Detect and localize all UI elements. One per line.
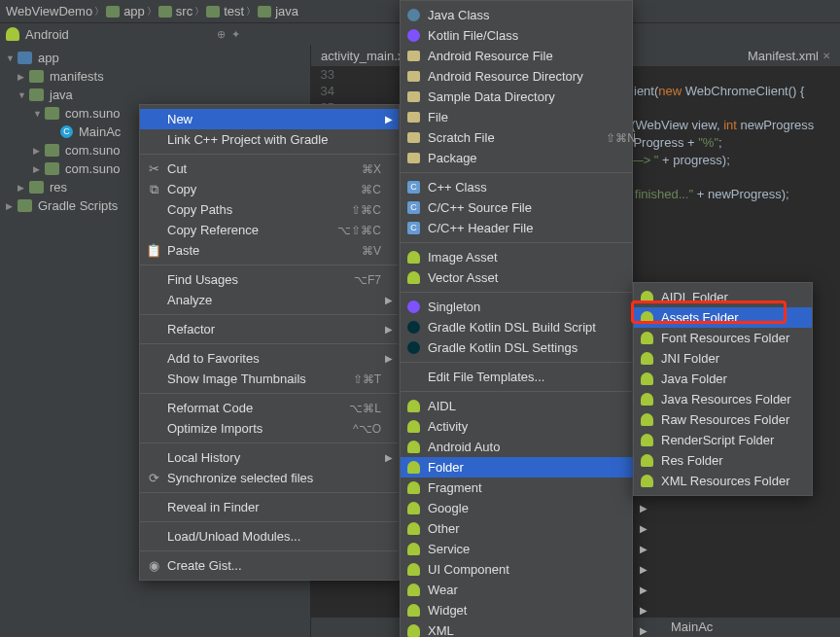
tab-activity-main[interactable]: activity_main.x bbox=[311, 47, 413, 65]
menu-separator bbox=[140, 442, 399, 443]
file-icon bbox=[407, 71, 420, 82]
menu-new-c-c-header-file[interactable]: CC/C++ Header File bbox=[401, 218, 653, 238]
android-icon bbox=[641, 475, 653, 487]
menu-folder-java-resources-folder[interactable]: Java Resources Folder bbox=[634, 389, 812, 409]
menu-new-c-class[interactable]: CC++ Class bbox=[401, 177, 653, 197]
menu-separator bbox=[401, 242, 632, 243]
menu-local-history[interactable]: Local History▶ bbox=[140, 447, 399, 468]
menu-find-usages[interactable]: Find Usages⌥F7 bbox=[140, 269, 399, 290]
menu-new-image-asset[interactable]: Image Asset bbox=[401, 247, 653, 267]
menu-new-sample-data-directory[interactable]: Sample Data Directory bbox=[401, 87, 653, 107]
menu-copy[interactable]: ⧉Copy⌘C bbox=[140, 179, 399, 199]
menu-folder-raw-resources-folder[interactable]: Raw Resources Folder bbox=[634, 409, 812, 430]
menu-new-activity[interactable]: Activity▶ bbox=[401, 416, 653, 437]
bc-2[interactable]: src bbox=[176, 4, 192, 18]
menu-add-favorites[interactable]: Add to Favorites▶ bbox=[140, 348, 399, 369]
submenu-arrow-icon: ▶ bbox=[385, 295, 393, 305]
menu-new-service[interactable]: Service▶ bbox=[401, 539, 653, 559]
menu-new-java-class[interactable]: Java Class bbox=[401, 5, 653, 25]
menu-new-android-resource-file[interactable]: Android Resource File bbox=[401, 46, 653, 66]
file-icon bbox=[407, 91, 420, 102]
close-icon[interactable]: ✕ bbox=[822, 51, 830, 61]
menu-new-widget[interactable]: Widget▶ bbox=[401, 600, 653, 620]
android-icon bbox=[641, 372, 653, 385]
menu-folder-xml-resources-folder[interactable]: XML Resources Folder bbox=[634, 471, 812, 491]
menu-new-google[interactable]: Google▶ bbox=[401, 498, 653, 518]
menu-new-c-c-source-file[interactable]: CC/C++ Source File bbox=[401, 197, 653, 218]
android-icon bbox=[407, 624, 420, 637]
menu-folder-aidl-folder[interactable]: AIDL Folder bbox=[634, 287, 812, 307]
menu-new-aidl[interactable]: AIDL▶ bbox=[401, 396, 653, 416]
menu-analyze[interactable]: Analyze▶ bbox=[140, 290, 399, 310]
menu-link-cpp[interactable]: Link C++ Project with Gradle bbox=[140, 129, 399, 150]
menu-new-android-auto[interactable]: Android Auto▶ bbox=[401, 437, 653, 457]
menu-show-thumbnails[interactable]: Show Image Thumbnails⇧⌘T bbox=[140, 369, 399, 389]
menu-new-gradle-kotlin-dsl-build-script[interactable]: Gradle Kotlin DSL Build Script bbox=[401, 317, 653, 337]
bc-3[interactable]: test bbox=[224, 4, 244, 18]
menu-cut[interactable]: ✂Cut⌘X bbox=[140, 159, 399, 179]
submenu-arrow-icon: ▶ bbox=[385, 353, 393, 364]
menu-folder-font-resources-folder[interactable]: Font Resources Folder bbox=[634, 328, 812, 348]
android-icon bbox=[407, 400, 420, 412]
menu-new-file[interactable]: File bbox=[401, 107, 653, 127]
menu-new-gradle-kotlin-dsl-settings[interactable]: Gradle Kotlin DSL Settings bbox=[401, 337, 653, 358]
file-icon bbox=[407, 153, 420, 163]
copy-icon: ⧉ bbox=[146, 182, 161, 197]
menu-copy-reference[interactable]: Copy Reference⌥⇧⌘C bbox=[140, 220, 399, 240]
cpp-icon: C bbox=[407, 222, 420, 234]
android-icon bbox=[407, 502, 420, 514]
menu-new-wear[interactable]: Wear▶ bbox=[401, 580, 653, 600]
menu-folder-jni-folder[interactable]: JNI Folder bbox=[634, 348, 812, 369]
tree-java[interactable]: ▼java bbox=[0, 86, 310, 104]
menu-new-android-resource-directory[interactable]: Android Resource Directory bbox=[401, 66, 653, 87]
menu-new-other[interactable]: Other▶ bbox=[401, 518, 653, 539]
menu-new[interactable]: New▶ bbox=[140, 109, 399, 129]
menu-load-modules[interactable]: Load/Unload Modules... bbox=[140, 526, 399, 547]
tab-manifest[interactable]: Manifest.xml✕ bbox=[738, 47, 840, 65]
android-icon bbox=[641, 413, 653, 426]
android-icon bbox=[641, 352, 653, 365]
menu-copy-paths[interactable]: Copy Paths⇧⌘C bbox=[140, 199, 399, 220]
module-icon bbox=[106, 6, 120, 18]
android-icon bbox=[407, 563, 420, 576]
menu-new-scratch-file[interactable]: Scratch File⇧⌘N bbox=[401, 127, 653, 148]
menu-folder-assets-folder[interactable]: Assets Folder bbox=[634, 307, 812, 328]
tree-manifests[interactable]: ▶manifests bbox=[0, 67, 310, 86]
bc-1[interactable]: app bbox=[123, 4, 145, 18]
package-icon bbox=[45, 162, 59, 175]
menu-new-edit-file-templates-[interactable]: Edit File Templates... bbox=[401, 367, 653, 387]
menu-new-folder[interactable]: Folder▶ bbox=[401, 457, 653, 478]
submenu-arrow-icon: ▶ bbox=[640, 584, 648, 595]
menu-new-singleton[interactable]: Singleton bbox=[401, 297, 653, 317]
menu-separator bbox=[140, 393, 399, 394]
collapse-icon[interactable]: ⊕ bbox=[217, 28, 226, 41]
settings-icon[interactable]: ✦ bbox=[231, 28, 240, 41]
menu-new-ui-component[interactable]: UI Component▶ bbox=[401, 559, 653, 580]
bc-4[interactable]: java bbox=[275, 4, 298, 18]
menu-folder-res-folder[interactable]: Res Folder bbox=[634, 450, 812, 471]
menu-paste[interactable]: 📋Paste⌘V bbox=[140, 240, 399, 261]
toolbar-mode[interactable]: Android bbox=[25, 27, 69, 42]
menu-create-gist[interactable]: ◉Create Gist... bbox=[140, 555, 399, 576]
menu-new-kotlin-file-class[interactable]: Kotlin File/Class bbox=[401, 25, 653, 46]
menu-reveal-finder[interactable]: Reveal in Finder bbox=[140, 497, 399, 517]
menu-folder-renderscript-folder[interactable]: RenderScript Folder bbox=[634, 430, 812, 450]
context-menu-new: Java ClassKotlin File/ClassAndroid Resou… bbox=[400, 0, 633, 637]
cut-icon: ✂ bbox=[146, 161, 161, 176]
gradle-icon bbox=[407, 321, 420, 334]
menu-new-fragment[interactable]: Fragment▶ bbox=[401, 478, 653, 498]
android-icon bbox=[407, 522, 420, 535]
bc-0[interactable]: WebViewDemo bbox=[6, 4, 92, 18]
menu-synchronize[interactable]: ⟳Synchronize selected files bbox=[140, 468, 399, 488]
android-icon bbox=[407, 271, 420, 284]
menu-new-xml[interactable]: XML▶ bbox=[401, 620, 653, 637]
menu-folder-java-folder[interactable]: Java Folder bbox=[634, 369, 812, 389]
menu-reformat-code[interactable]: Reformat Code⌥⌘L bbox=[140, 398, 399, 418]
github-icon: ◉ bbox=[146, 558, 161, 573]
menu-new-package[interactable]: Package bbox=[401, 148, 653, 168]
menu-separator bbox=[401, 172, 632, 173]
menu-refactor[interactable]: Refactor▶ bbox=[140, 319, 399, 339]
tree-app[interactable]: ▼app bbox=[0, 49, 310, 67]
menu-new-vector-asset[interactable]: Vector Asset bbox=[401, 267, 653, 288]
menu-optimize-imports[interactable]: Optimize Imports^⌥O bbox=[140, 418, 399, 439]
